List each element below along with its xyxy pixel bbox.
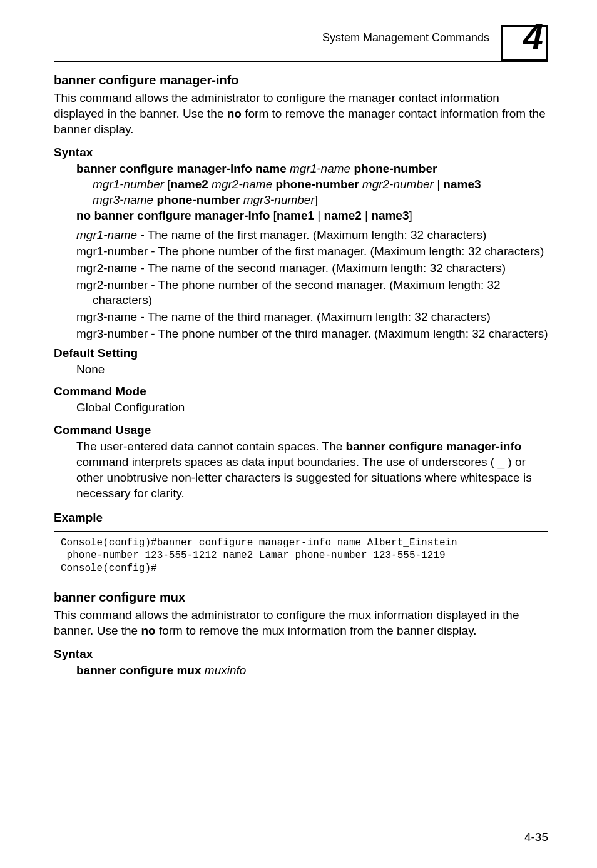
syntax-heading-mux: Syntax xyxy=(54,647,548,661)
section-title-mux: banner configure mux xyxy=(54,590,548,605)
syntax-arg: mgr1-number xyxy=(93,178,164,191)
syntax-kw: phone-number xyxy=(350,162,437,175)
param-mgr3-name: mgr3-name - The name of the third manage… xyxy=(76,310,548,325)
section-title-manager-info: banner configure manager-info xyxy=(54,73,548,88)
param-mgr2-number: mgr2-number - The phone number of the se… xyxy=(76,278,548,308)
param-name: mgr1-name xyxy=(76,228,137,241)
parameter-list: mgr1-name - The name of the first manage… xyxy=(76,228,548,342)
command-mode-value: Global Configuration xyxy=(76,400,548,415)
syntax-heading: Syntax xyxy=(54,146,548,159)
command-usage-text: The user-entered data cannot contain spa… xyxy=(76,438,548,501)
command-mode-heading: Command Mode xyxy=(54,385,548,398)
syntax-cmd: no banner configure manager-info xyxy=(76,209,270,222)
page-number: 4-35 xyxy=(524,830,548,844)
syntax-punct: [ xyxy=(270,209,277,222)
param-mgr1-name: mgr1-name - The name of the first manage… xyxy=(76,228,548,243)
param-mgr2-name: mgr2-name - The name of the second manag… xyxy=(76,261,548,276)
syntax-line-2: mgr1-number [name2 mgr2-name phone-numbe… xyxy=(76,176,548,192)
example-code-block: Console(config)#banner configure manager… xyxy=(54,531,548,580)
param-mgr1-number: mgr1-number - The phone number of the fi… xyxy=(76,244,548,260)
syntax-kw: name3 xyxy=(443,178,481,191)
syntax-line-3: mgr3-name phone-number mgr3-number] xyxy=(76,192,548,208)
example-heading: Example xyxy=(54,511,548,525)
syntax-cmd: banner configure manager-info name xyxy=(76,162,290,175)
chapter-number: 4 xyxy=(523,19,543,55)
syntax-mux-arg: muxinfo xyxy=(205,664,247,677)
syntax-kw: phone-number xyxy=(272,178,362,191)
syntax-block: banner configure manager-info name mgr1-… xyxy=(76,161,548,223)
syntax-line-4: no banner configure manager-info [name1 … xyxy=(76,208,548,223)
syntax-kw: phone-number xyxy=(153,193,243,206)
usage-cmd: banner configure manager-info xyxy=(346,440,522,453)
page-header: System Management Commands 4 xyxy=(54,23,548,58)
intro-no: no xyxy=(227,107,242,120)
syntax-kw: name2 xyxy=(171,178,208,191)
section-intro: This command allows the administrator to… xyxy=(54,90,548,137)
default-setting-value: None xyxy=(76,361,548,377)
usage-t1: The user-entered data cannot contain spa… xyxy=(76,440,346,453)
syntax-sep: | xyxy=(434,178,444,191)
syntax-arg: mgr1-name xyxy=(290,162,350,175)
syntax-arg: mgr3-name xyxy=(93,193,153,206)
section-intro-mux: This command allows the administrator to… xyxy=(54,607,548,638)
syntax-arg: mgr2-name xyxy=(212,178,272,191)
default-setting-heading: Default Setting xyxy=(54,346,548,360)
syntax-punct: ] xyxy=(409,209,412,222)
syntax-punct: ] xyxy=(315,193,318,206)
command-usage-heading: Command Usage xyxy=(54,423,548,437)
param-desc: - The name of the first manager. (Maximu… xyxy=(137,228,486,241)
intro-mux-no: no xyxy=(141,624,155,637)
header-title: System Management Commands xyxy=(322,23,489,44)
syntax-block-mux: banner configure mux muxinfo xyxy=(76,662,548,678)
syntax-punct: [ xyxy=(164,178,171,191)
syntax-opt: name3 xyxy=(371,209,409,222)
syntax-sep: | xyxy=(314,209,324,222)
param-mgr3-number: mgr3-number - The phone number of the th… xyxy=(76,326,548,342)
intro-mux-t2: form to remove the mux information from … xyxy=(156,624,477,637)
syntax-opt: name2 xyxy=(324,209,362,222)
chapter-badge: 4 xyxy=(499,23,548,58)
syntax-opt: name1 xyxy=(277,209,314,222)
usage-t2: command interprets spaces as data input … xyxy=(76,455,532,500)
syntax-mux-cmd: banner configure mux xyxy=(76,664,205,677)
syntax-arg: mgr2-number xyxy=(362,178,434,191)
syntax-line-1: banner configure manager-info name mgr1-… xyxy=(76,161,548,176)
syntax-arg: mgr3-number xyxy=(243,193,315,206)
header-rule xyxy=(54,61,548,62)
syntax-sep: | xyxy=(362,209,372,222)
